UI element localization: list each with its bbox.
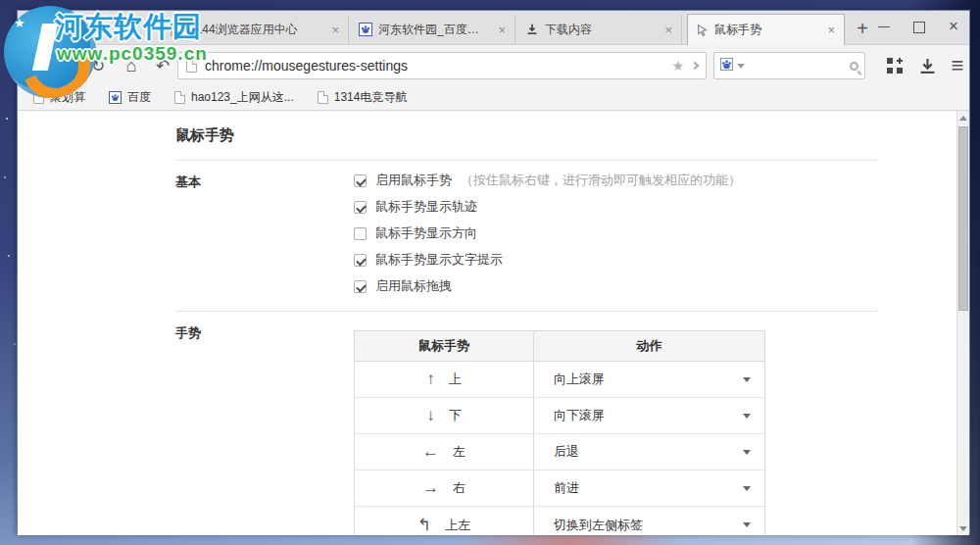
tab-close-icon[interactable]: [329, 24, 341, 36]
header-gesture: 鼠标手势: [355, 331, 534, 361]
checkbox-label: 启用鼠标手势: [375, 172, 452, 189]
chevron-down-icon: [743, 450, 751, 455]
action-select[interactable]: 切换到左侧标签: [534, 507, 764, 535]
action-value: 向下滚屏: [554, 407, 743, 424]
new-tab-button[interactable]: [851, 17, 874, 40]
checkbox[interactable]: [354, 280, 367, 293]
gesture-row-left: ← 左 后退: [355, 434, 764, 471]
forward-button[interactable]: [57, 56, 76, 75]
gesture-name: 上左: [445, 517, 470, 534]
minimize-icon[interactable]: [877, 20, 891, 33]
tab-close-icon[interactable]: [143, 24, 155, 36]
gesture-name: 下: [449, 407, 462, 424]
chevron-down-icon: [743, 522, 751, 527]
search-magnifier-icon[interactable]: [850, 62, 858, 71]
checkbox[interactable]: [354, 174, 367, 187]
checkbox-row-enable-gestures[interactable]: 启用鼠标手势 （按住鼠标右键，进行滑动即可触发相应的功能）: [354, 172, 741, 189]
chevron-down-icon: [743, 377, 751, 382]
tab-2144-app-center[interactable]: 2144浏览器应用中心: [163, 15, 349, 44]
baidu-paw-icon[interactable]: [720, 57, 733, 74]
website-favicon: [33, 23, 47, 36]
scroll-down-icon[interactable]: [957, 521, 969, 535]
restore-closed-tab-button[interactable]: [153, 56, 172, 75]
scrollbar-thumb[interactable]: [958, 126, 968, 311]
app-center-button[interactable]: [884, 56, 906, 75]
tab-label: 河东软件园_百度搜索: [378, 22, 490, 38]
action-value: 后退: [554, 443, 743, 461]
bookmark-label: 百度: [127, 89, 151, 106]
baidu-paw-icon: [109, 91, 122, 104]
chevron-down-icon: [743, 414, 751, 419]
tab-baidu-search[interactable]: 河东软件园_百度搜索: [352, 15, 515, 44]
gesture-row-down: ↓ 下 向下滚屏: [355, 398, 764, 434]
action-select[interactable]: 向下滚屏: [534, 398, 764, 433]
address-bar[interactable]: chrome://mousegestures-settings: [177, 52, 707, 79]
back-icon: [29, 60, 40, 71]
bookmark-1314[interactable]: 1314电竞导航: [318, 89, 408, 106]
checkbox-row-show-text-tip[interactable]: 鼠标手势显示文字提示: [354, 251, 503, 269]
search-input[interactable]: [749, 59, 846, 73]
search-engine-dropdown-icon[interactable]: [737, 64, 745, 69]
checkbox-label: 鼠标手势显示轨迹: [375, 198, 477, 216]
checkbox[interactable]: [354, 254, 367, 267]
main-menu-button[interactable]: [947, 56, 968, 75]
tab-obscured-site[interactable]: [25, 15, 163, 44]
home-button[interactable]: [122, 56, 141, 75]
gesture-name: 右: [453, 479, 466, 497]
vertical-scrollbar[interactable]: [956, 111, 969, 535]
checkbox[interactable]: [354, 201, 367, 214]
gesture-name: 左: [453, 443, 466, 461]
address-dropdown-icon[interactable]: [691, 62, 699, 70]
section-label-gestures: 手势: [175, 324, 201, 342]
gesture-table: 鼠标手势 动作 ↑ 上 向上滚屏 ↓ 下: [354, 330, 765, 535]
action-select[interactable]: 前进: [534, 471, 764, 506]
bookmark-juhuasuan[interactable]: 聚划算: [33, 89, 85, 106]
action-value: 向上滚屏: [554, 371, 743, 388]
bookmark-label: 聚划算: [50, 89, 85, 106]
tab-close-icon[interactable]: [825, 24, 837, 36]
tab-mouse-gestures-active[interactable]: 鼠标手势: [687, 14, 845, 45]
checkbox[interactable]: [354, 227, 367, 240]
bookmark-hao123[interactable]: hao123_上网从这...: [174, 89, 294, 106]
url-text[interactable]: chrome://mousegestures-settings: [205, 58, 663, 74]
section-label-basic: 基本: [175, 173, 201, 191]
scroll-up-icon[interactable]: [957, 111, 969, 124]
checkbox-label: 鼠标手势显示文字提示: [375, 251, 503, 269]
chevron-down-icon: [743, 486, 751, 491]
tab-downloads[interactable]: 下载内容: [518, 15, 682, 44]
action-value: 切换到左侧标签: [554, 517, 743, 534]
cursor-favicon: [695, 24, 709, 37]
maximize-icon[interactable]: [912, 20, 926, 33]
refresh-button[interactable]: [88, 56, 108, 75]
page-icon: [186, 60, 197, 73]
page-icon: [318, 91, 328, 104]
back-button[interactable]: [25, 56, 45, 75]
tab-close-icon[interactable]: [662, 24, 674, 36]
action-select[interactable]: 后退: [534, 434, 764, 470]
tab-close-icon[interactable]: [496, 24, 508, 36]
search-box[interactable]: [713, 52, 865, 79]
forward-icon: [61, 60, 72, 71]
checkbox-row-enable-drag[interactable]: 启用鼠标拖拽: [354, 277, 452, 295]
divider: [175, 311, 879, 312]
close-icon[interactable]: [948, 20, 961, 33]
tab-label: 下载内容: [545, 22, 657, 38]
download-manager-button[interactable]: [916, 56, 938, 75]
action-select[interactable]: 向上滚屏: [534, 362, 764, 397]
bookmark-label: hao123_上网从这...: [191, 89, 294, 106]
checkbox-row-show-direction[interactable]: 鼠标手势显示方向: [354, 224, 477, 242]
bookmarks-bar: 聚划算 百度 hao123_上网从这... 1314电竞导航: [18, 85, 969, 111]
tab-bar: 2144浏览器应用中心 河东软件园_百度搜索 下载内容: [18, 11, 969, 44]
page-icon: [174, 91, 185, 104]
checkbox-row-show-trail[interactable]: 鼠标手势显示轨迹: [354, 198, 477, 216]
download-favicon: [525, 23, 539, 36]
gesture-row-up: ↑ 上 向上滚屏: [355, 362, 764, 398]
colored-grid-favicon: [170, 23, 183, 36]
bookmark-baidu[interactable]: 百度: [109, 89, 151, 106]
action-value: 前进: [554, 479, 743, 497]
browser-window: 2144浏览器应用中心 河东软件园_百度搜索 下载内容: [17, 10, 970, 534]
up-arrow-icon: ↑: [426, 370, 435, 389]
baidu-paw-favicon: [359, 23, 372, 36]
bookmark-label: 1314电竞导航: [334, 89, 408, 106]
bookmark-star-icon[interactable]: [671, 57, 684, 74]
